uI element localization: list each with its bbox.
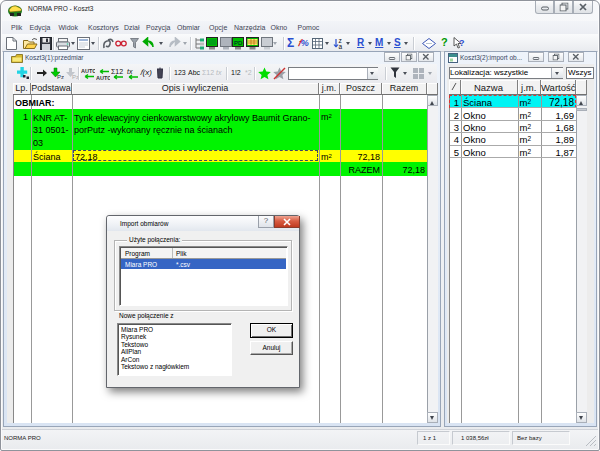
svg-text:AUTO: AUTO [96, 75, 110, 81]
svg-text:PD: PD [234, 40, 243, 46]
svg-text:a: a [339, 43, 343, 50]
svg-text:Σ12: Σ12 [111, 68, 123, 75]
svg-text:tx: tx [127, 68, 133, 75]
svg-text:Pz: Pz [57, 74, 64, 80]
svg-text:?: ? [459, 38, 465, 48]
svg-text:AUTO: AUTO [81, 68, 95, 74]
